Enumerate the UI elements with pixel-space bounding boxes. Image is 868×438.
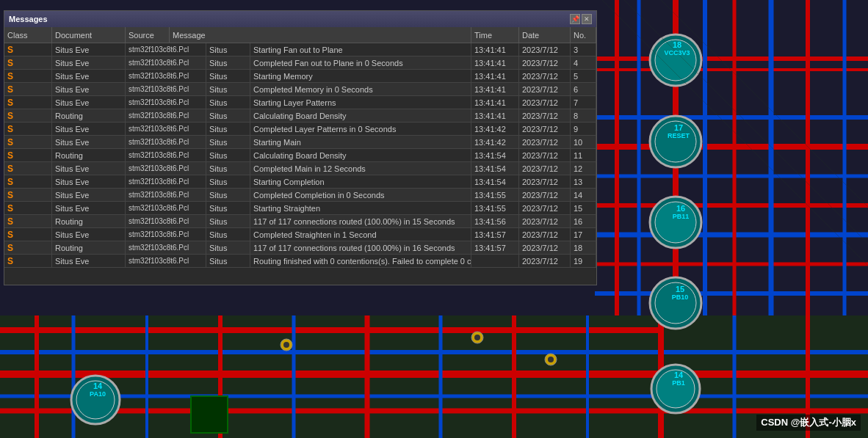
table-row[interactable]: SRoutingstm32f103c8t6.PclSitusCalculatin… — [4, 149, 596, 162]
cell-document: Situs Eve — [52, 96, 126, 109]
table-row[interactable]: SSitus Evestm32f103c8t6.PclSitusStarting… — [4, 70, 596, 83]
cell-no: 10 — [571, 136, 596, 148]
cell-class: S — [4, 109, 52, 122]
cell-time: 13:41:55 — [471, 202, 519, 214]
cell-date: 2023/7/12 — [519, 136, 571, 148]
watermark: CSDN @嵌入式-小胭x — [756, 415, 861, 431]
cell-document: Routing — [52, 215, 126, 227]
cell-date: 2023/7/12 — [519, 83, 571, 95]
cell-class: S — [4, 189, 52, 201]
pcb-label-14-pb1: 14 PB1 — [657, 371, 700, 387]
pcb-label-17: 17 RESET — [657, 123, 700, 139]
cell-source-doc: stm32f103c8t6.Pcl — [126, 162, 206, 175]
pcb-label-16: 16 PB11 — [659, 204, 702, 220]
cell-no: 15 — [571, 202, 596, 214]
cell-source-doc: stm32f103c8t6.Pcl — [126, 109, 206, 122]
table-row[interactable]: SSitus Evestm32f103c8t6.PclSitusComplete… — [4, 162, 596, 175]
table-header: Class Document Source Message Time Date … — [4, 27, 596, 43]
cell-source-doc: stm32f103c8t6.Pcl — [126, 123, 206, 135]
cell-class: S — [4, 162, 52, 175]
cell-source: Situs — [206, 43, 250, 56]
cell-source: Situs — [206, 109, 250, 122]
svg-point-52 — [474, 335, 480, 340]
cell-time: 13:41:42 — [471, 136, 519, 148]
cell-time: 13:41:41 — [471, 83, 519, 95]
cell-source-doc: stm32f103c8t6.Pcl — [126, 215, 206, 227]
cell-date: 2023/7/12 — [519, 123, 571, 135]
cell-message: Completed Fan out to Plane in 0 Seconds — [250, 56, 471, 69]
cell-source-doc: stm32f103c8t6.Pcl — [126, 149, 206, 161]
cell-source-doc: stm32f103c8t6.Pcl — [126, 189, 206, 201]
cell-document: Routing — [52, 149, 126, 161]
cell-date: 2023/7/12 — [519, 241, 571, 254]
table-row[interactable]: SSitus Evestm32f103c8t6.PclSitusComplete… — [4, 228, 596, 241]
cell-source-doc: stm32f103c8t6.Pcl — [126, 202, 206, 214]
cell-date: 2023/7/12 — [519, 109, 571, 122]
cell-document: Situs Eve — [52, 123, 126, 135]
cell-source: Situs — [206, 189, 250, 201]
cell-source-doc: stm32f103c8t6.Pcl — [126, 43, 206, 56]
cell-time: 13:41:54 — [471, 149, 519, 161]
cell-source-doc: stm32f103c8t6.Pcl — [126, 96, 206, 109]
cell-message: Completed Main in 12 Seconds — [250, 162, 471, 175]
col-header-document: Document — [52, 27, 126, 43]
cell-class: S — [4, 56, 52, 69]
cell-source: Situs — [206, 123, 250, 135]
table-row[interactable]: SSitus Evestm32f103c8t6.PclSitusStarting… — [4, 175, 596, 189]
cell-message: Completed Layer Patterns in 0 Seconds — [250, 123, 471, 135]
col-header-date: Date — [519, 27, 571, 43]
cell-class: S — [4, 175, 52, 188]
cell-class: S — [4, 241, 52, 254]
cell-source: Situs — [206, 202, 250, 214]
cell-document: Situs Eve — [52, 228, 126, 241]
pin-button[interactable]: 📌 — [570, 14, 580, 24]
cell-no: 19 — [571, 255, 596, 267]
cell-source: Situs — [206, 136, 250, 148]
cell-source-doc: stm32f103c8t6.Pcl — [126, 70, 206, 82]
cell-date: 2023/7/12 — [519, 255, 571, 267]
table-row[interactable]: SSitus Evestm32f103c8t6.PclSitusStarting… — [4, 96, 596, 109]
table-row[interactable]: SSitus Evestm32f103c8t6.PclSitusStarting… — [4, 43, 596, 56]
cell-class: S — [4, 123, 52, 135]
cell-message: Starting Straighten — [250, 202, 471, 214]
cell-class: S — [4, 202, 52, 214]
cell-class: S — [4, 255, 52, 267]
cell-time — [471, 255, 519, 267]
cell-source: Situs — [206, 255, 250, 267]
table-row[interactable]: SRoutingstm32f103c8t6.PclSitusCalculatin… — [4, 109, 596, 123]
cell-source: Situs — [206, 215, 250, 227]
cell-document: Situs Eve — [52, 175, 126, 188]
cell-date: 2023/7/12 — [519, 43, 571, 56]
cell-class: S — [4, 83, 52, 95]
cell-time: 13:41:42 — [471, 123, 519, 135]
close-button[interactable]: ✕ — [582, 14, 592, 24]
table-row[interactable]: SRoutingstm32f103c8t6.PclSitus117 of 117… — [4, 215, 596, 228]
table-row[interactable]: SSitus Evestm32f103c8t6.PclSitusStarting… — [4, 136, 596, 149]
cell-message: Calculating Board Density — [250, 109, 471, 122]
cell-message: Completed Completion in 0 Seconds — [250, 189, 471, 201]
cell-source-doc: stm32f103c8t6.Pcl — [126, 136, 206, 148]
table-row[interactable]: SSitus Evestm32f103c8t6.PclSitusComplete… — [4, 56, 596, 70]
cell-source: Situs — [206, 149, 250, 161]
cell-no: 3 — [571, 43, 596, 56]
cell-no: 12 — [571, 162, 596, 175]
cell-source-doc: stm32f103c8t6.Pcl — [126, 175, 206, 188]
table-body[interactable]: SSitus Evestm32f103c8t6.PclSitusStarting… — [4, 43, 596, 285]
table-row[interactable]: SSitus Evestm32f103c8t6.PclSitusStarting… — [4, 202, 596, 215]
cell-class: S — [4, 215, 52, 227]
table-row[interactable]: SSitus Evestm32f103c8t6.PclSitusComplete… — [4, 189, 596, 202]
cell-class: S — [4, 70, 52, 82]
table-row[interactable]: SSitus Evestm32f103c8t6.PclSitusComplete… — [4, 123, 596, 136]
cell-date: 2023/7/12 — [519, 162, 571, 175]
table-row[interactable]: SRoutingstm32f103c8t6.PclSitus117 of 117… — [4, 241, 596, 255]
cell-time: 13:41:41 — [471, 56, 519, 69]
cell-time: 13:41:41 — [471, 70, 519, 82]
cell-document: Situs Eve — [52, 83, 126, 95]
cell-source-doc: stm32f103c8t6.Pcl — [126, 228, 206, 241]
table-row[interactable]: SSitus Evestm32f103c8t6.PclSitusComplete… — [4, 83, 596, 96]
table-row[interactable]: SSitus Evestm32f103c8t6.PclSitusRouting … — [4, 255, 596, 268]
cell-date: 2023/7/12 — [519, 96, 571, 109]
cell-no: 16 — [571, 215, 596, 227]
cell-class: S — [4, 96, 52, 109]
cell-no: 17 — [571, 228, 596, 241]
